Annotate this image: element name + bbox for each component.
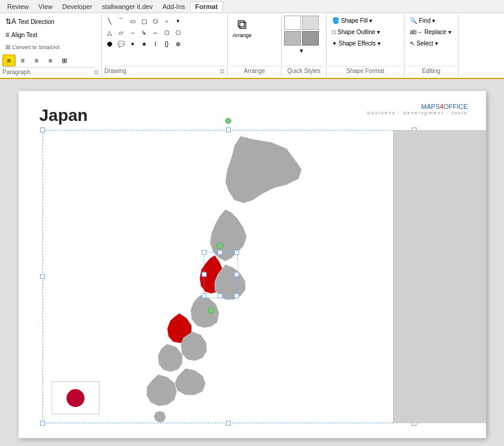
small-island-1[interactable] [153,411,165,423]
slide[interactable]: Japan MAPS4OFFICE business · development… [19,91,486,438]
drawing-expand[interactable]: ⊡ [220,68,225,74]
sub-handle-bl[interactable] [202,294,206,298]
shape-format-label: Shape Format [329,66,402,75]
sub-handle-mr[interactable] [234,272,239,277]
shikoku[interactable] [174,368,206,395]
align-right-btn[interactable]: ≡ [30,54,43,66]
find-btn[interactable]: 🔍 Find ▾ [407,16,438,26]
shape-format-group: 🪣 Shape Fill ▾ □ Shape Outline ▾ ✦ Shape… [327,14,405,77]
map-container[interactable] [43,130,414,423]
handle-bot-mid[interactable] [226,421,231,426]
handle-mid-left[interactable] [40,274,45,279]
shape-misc1-btn[interactable]: {} [161,38,172,49]
shape-star5-btn[interactable]: ★ [138,38,149,49]
paragraph-expand[interactable]: ⊡ [94,69,99,75]
menu-stallwanger[interactable]: stallwanger it.dev [97,2,158,11]
sub-rotate-handle-2[interactable] [208,307,214,313]
arrange-icon: ⧉ [237,17,247,32]
quick-style-2[interactable] [302,16,319,30]
outline-icon: □ [332,29,336,35]
menu-format[interactable]: Format [190,1,223,12]
shape-more-btn[interactable]: ▼ [173,16,183,26]
shape-rect-btn[interactable]: ▭ [127,16,138,26]
justify-btn[interactable]: ≡ [44,54,57,66]
shape-arrow-btn[interactable]: → [127,27,138,38]
right-panel [393,130,486,423]
shape-dbl-arrow-btn[interactable]: ↔ [150,27,161,38]
shape-fill-btn[interactable]: 🪣 Shape Fill ▾ [329,16,375,26]
chubu[interactable] [190,295,219,328]
slide-title: Japan [40,106,88,125]
sub-handle-tl[interactable] [202,250,206,254]
shape-line-btn[interactable]: ╲ [104,16,115,26]
arrange-group: ⧉ Arrange Arrange [228,14,282,77]
kyushu[interactable] [146,374,177,406]
handle-top-mid[interactable] [226,128,231,132]
quick-style-1[interactable] [284,16,301,30]
effects-icon: ✦ [332,40,337,47]
shape-banner-btn[interactable]: ⌇ [150,38,161,49]
shape-outline-btn[interactable]: □ Shape Outline ▾ [329,27,383,37]
shape-pentagon-btn[interactable]: ⬠ [161,27,172,38]
select-btn[interactable]: ↖ Select ▾ [407,38,441,48]
shape-callout-btn[interactable]: 💬 [116,38,126,49]
replace-icon: ab→ [410,29,422,35]
sub-rotate-handle[interactable] [216,243,222,249]
align-center-btn[interactable]: ≡ [16,54,29,66]
menu-view[interactable]: View [34,2,58,11]
replace-btn[interactable]: ab→ Replace ▾ [407,27,454,37]
shape-octagon-btn[interactable]: ⯃ [104,38,115,49]
shape-bent-btn[interactable]: ↳ [138,27,149,38]
shape-tri-btn[interactable]: △ [104,27,115,38]
rotate-handle[interactable] [225,118,231,124]
hokkaido[interactable] [225,136,301,203]
smartart-icon: ⊞ [5,44,10,50]
menu-bar: Review View Developer stallwanger it.dev… [0,0,504,13]
text-direction-btn[interactable]: ⇅A Text Direction [2,16,58,28]
align-left-btn[interactable]: ≡ [2,54,16,66]
japan-map-svg [43,130,414,423]
sub-handle-tr[interactable] [234,250,239,254]
shape-effects-btn[interactable]: ✦ Shape Effects ▾ [329,38,384,48]
handle-bot-left[interactable] [40,421,45,426]
quick-style-3[interactable] [284,31,301,45]
sub-handle-br[interactable] [234,294,239,298]
align-text-btn[interactable]: ≡ Align Text [2,29,40,41]
shape-oval-btn[interactable]: ○ [161,16,172,26]
menu-addins[interactable]: Add-Ins [158,2,190,11]
shape-misc2-btn[interactable]: ⊕ [173,38,183,49]
shape-round-rect-btn[interactable]: ▢ [138,16,149,26]
sub-handle-ml[interactable] [202,272,206,277]
flag-circle [67,389,84,407]
quick-style-4[interactable] [302,31,319,45]
shape-hex-btn[interactable]: ⎔ [173,27,183,38]
shape-snip-btn[interactable]: ⬡ [150,16,161,26]
arrange-label: Arrange [230,66,279,75]
align-text-icon: ≡ [5,31,10,39]
convert-smartart-btn[interactable]: ⊞ Convert to SmartArt [2,42,63,52]
find-icon: 🔍 [410,17,417,24]
japan-flag [52,381,99,414]
shape-star4-btn[interactable]: ✦ [127,38,138,49]
drawing-group: ╲ ⌒ ▭ ▢ ⬡ ○ ▼ △ ▱ → ↳ ↔ ⬠ [102,14,228,77]
quick-styles-dropdown[interactable]: ▼ [299,48,304,54]
shape-para-btn[interactable]: ▱ [116,27,126,38]
chugoku[interactable] [158,344,182,372]
menu-review[interactable]: Review [2,2,34,11]
arrange-btn[interactable]: ⧉ Arrange [230,16,254,40]
quick-styles-group: ▼ Quick Styles [282,14,327,77]
sub-handle-tm[interactable] [218,250,222,254]
quick-styles-label: Quick Styles [284,66,324,75]
ribbon: ⇅A Text Direction ≡ Align Text ⊞ Convert… [0,13,504,79]
handle-top-left[interactable] [40,128,45,132]
paragraph-group: ⇅A Text Direction ≡ Align Text ⊞ Convert… [0,14,102,77]
logo: MAPS4OFFICE business · development · too… [367,103,468,116]
shape-connector-btn[interactable]: ⌒ [116,16,126,26]
tohoku[interactable] [210,210,246,262]
logo-text: MAPS4OFFICE [421,103,468,110]
sub-handle-bm[interactable] [218,294,222,298]
menu-developer[interactable]: Developer [58,2,97,11]
columns-btn[interactable]: ⊞ [58,54,71,66]
fill-bucket-icon: 🪣 [332,17,339,24]
editing-label: Editing [407,66,455,75]
